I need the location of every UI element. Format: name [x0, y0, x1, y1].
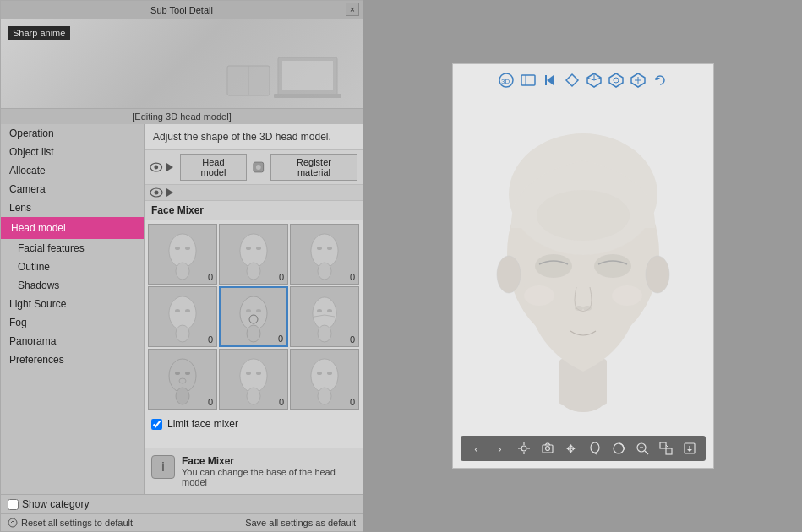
editing-label: [Editing 3D head model]	[1, 108, 363, 124]
sidebar-item-preferences[interactable]: Preferences	[1, 350, 144, 369]
face-thumb-8	[302, 352, 348, 407]
svg-point-21	[317, 247, 322, 250]
face-mixer-label: Face Mixer	[151, 204, 204, 216]
sidebar-item-head-model[interactable]: Head model	[1, 217, 144, 239]
sidebar-item-allocate[interactable]: Allocate	[1, 161, 144, 180]
show-category-checkbox[interactable]	[8, 499, 19, 510]
limit-checkbox-row: Limit face mixer	[145, 413, 363, 435]
sidebar-item-operation[interactable]: Operation	[1, 124, 144, 143]
head-model-toolbar: Head model Register material	[145, 150, 363, 185]
svg-point-73	[646, 256, 669, 293]
svg-point-13	[175, 247, 180, 250]
sidebar-item-camera[interactable]: Camera	[1, 180, 144, 198]
left-panel: Sub Tool Detail × Sharp anime [Editing 3…	[0, 0, 363, 532]
svg-point-8	[256, 165, 261, 170]
face-cell-2[interactable]: 0	[290, 224, 359, 285]
svg-point-30	[256, 309, 261, 312]
svg-point-46	[256, 372, 261, 375]
limit-face-mixer-label[interactable]: Limit face mixer	[167, 418, 238, 430]
svg-point-28	[247, 325, 260, 342]
svg-marker-56	[547, 75, 554, 85]
svg-rect-1	[274, 94, 341, 98]
close-button[interactable]: ×	[346, 3, 359, 16]
cell-number-4: 0	[278, 334, 283, 344]
vp-icon-cube3[interactable]	[629, 71, 647, 90]
sidebar-item-facial-features[interactable]: Facial features	[1, 239, 144, 258]
face-thumb-5	[302, 290, 348, 345]
svg-text:3D: 3D	[501, 78, 510, 85]
sidebar-item-light-source[interactable]: Light Source	[1, 295, 144, 313]
vp-icon-cube2[interactable]	[607, 71, 625, 90]
svg-point-45	[246, 372, 251, 375]
vp-btn-move[interactable]: ✥	[562, 439, 581, 458]
tool-name-label: Sharp anime	[8, 26, 70, 40]
vp-btn-prev[interactable]: ‹	[467, 439, 486, 458]
show-category-label[interactable]: Show category	[22, 498, 89, 510]
svg-point-18	[256, 247, 261, 250]
info-text: Face Mixer You can change the base of th…	[182, 455, 356, 487]
svg-marker-63	[609, 73, 623, 87]
head-model-button[interactable]: Head model	[180, 154, 248, 181]
sidebar-item-outline[interactable]: Outline	[1, 258, 144, 276]
show-category-row: Show category	[8, 498, 89, 510]
face-cell-3[interactable]: 0	[148, 286, 217, 347]
face-cell-4[interactable]: 0	[219, 286, 288, 347]
svg-point-6	[154, 166, 158, 170]
vp-btn-export[interactable]	[680, 439, 699, 458]
vp-btn-transform[interactable]	[657, 439, 675, 458]
tool-preview: Sharp anime	[1, 19, 363, 108]
svg-point-17	[246, 247, 251, 250]
viewport-bottom-toolbar: ‹ › ✥	[461, 436, 706, 461]
right-panel: 3D	[363, 0, 802, 532]
cell-number-5: 0	[350, 334, 355, 345]
vp-btn-zoom[interactable]	[633, 439, 652, 458]
vp-icon-prev[interactable]	[541, 71, 559, 90]
sidebar-item-fog[interactable]: Fog	[1, 313, 144, 332]
vp-icon-rotate[interactable]	[563, 71, 581, 90]
face-mixer-header: Face Mixer	[145, 201, 363, 220]
sidebar-nav: Operation Object list Allocate Camera Le…	[1, 124, 145, 494]
sidebar-item-object-list[interactable]: Object list	[1, 143, 144, 161]
svg-point-44	[247, 388, 260, 404]
sidebar-item-shadows[interactable]: Shadows	[1, 276, 144, 295]
svg-point-88	[545, 447, 549, 451]
face-thumb-7	[231, 352, 277, 407]
face-thumb-1	[231, 227, 277, 282]
face-cell-0[interactable]: 0	[148, 224, 217, 285]
vp-btn-head[interactable]	[586, 439, 604, 458]
vp-icon-refresh[interactable]	[651, 71, 669, 90]
svg-marker-101	[687, 449, 692, 452]
info-description: You can change the base of the head mode…	[182, 467, 356, 487]
register-material-button[interactable]: Register material	[270, 154, 357, 181]
svg-point-89	[591, 442, 599, 453]
svg-point-41	[185, 372, 190, 375]
face-cell-1[interactable]: 0	[219, 224, 288, 285]
vp-icon-frame[interactable]	[519, 71, 537, 90]
vp-btn-settings[interactable]	[515, 439, 533, 458]
save-button[interactable]: Save all settings as default	[245, 518, 356, 528]
sidebar-item-lens[interactable]: Lens	[1, 198, 144, 217]
info-box: i Face Mixer You can change the base of …	[145, 448, 363, 494]
vp-btn-next[interactable]: ›	[491, 439, 510, 458]
face-cell-6[interactable]: 0	[148, 349, 217, 410]
sidebar-item-panorama[interactable]: Panorama	[1, 332, 144, 350]
face-thumb-6	[160, 352, 206, 407]
svg-point-26	[185, 309, 190, 312]
vp-icon-record[interactable]: 3D	[497, 71, 516, 90]
svg-point-35	[327, 309, 332, 312]
svg-point-78	[583, 306, 592, 311]
svg-point-14	[185, 247, 190, 250]
cell-number-8: 0	[350, 397, 355, 407]
face-cell-8[interactable]: 0	[290, 349, 359, 410]
vp-icon-cube1[interactable]	[585, 71, 603, 90]
vp-btn-rotate[interactable]	[609, 439, 628, 458]
svg-point-12	[176, 263, 189, 280]
reset-button[interactable]: Reset all settings to default	[21, 518, 133, 528]
svg-line-62	[594, 78, 601, 80]
vp-btn-camera[interactable]	[538, 439, 557, 458]
eye-icon	[150, 162, 163, 172]
face-cell-7[interactable]: 0	[219, 349, 288, 410]
reset-icon	[8, 518, 18, 528]
limit-face-mixer-checkbox[interactable]	[151, 419, 162, 430]
face-cell-5[interactable]: 0	[290, 286, 359, 347]
